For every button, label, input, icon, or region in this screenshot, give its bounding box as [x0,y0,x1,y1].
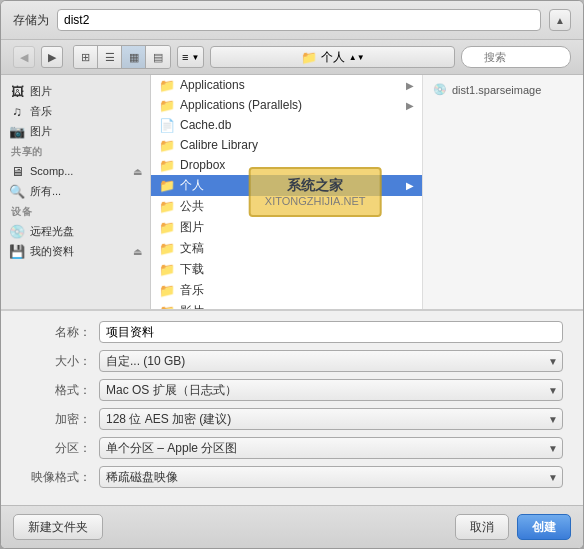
sidebar-item-label: 所有... [30,184,142,199]
folder-icon: 📁 [159,220,175,236]
location-dropdown[interactable]: 📁 个人 ▲▼ [210,46,455,68]
name-row: 名称： [21,321,563,343]
eject-button[interactable]: ⏏ [133,166,142,177]
name-input[interactable] [99,321,563,343]
scomp-icon: 🖥 [9,163,25,179]
music-icon: ♫ [9,103,25,119]
folder-icon: 📁 [159,137,175,153]
file-name: Cache.db [180,118,414,132]
format-row: 格式： Mac OS 扩展（日志式） ▼ [21,379,563,401]
file-name: Calibre Library [180,138,414,152]
location-icon: 📁 [301,50,317,65]
view-icon-btn[interactable]: ⊞ [74,46,98,68]
file-item-movies[interactable]: 📁 影片 [151,301,422,309]
content-area: 🖼 图片 ♫ 音乐 📷 图片 共享的 🖥 Scomp... ⏏ 🔍 所有... … [1,75,583,309]
filename-input[interactable] [57,9,541,31]
file-item-applications-parallels[interactable]: 📁 Applications (Parallels) ▶ [151,95,422,115]
view-list-btn[interactable]: ☰ [98,46,122,68]
save-dialog: 存储为 ▲ ◀ ▶ ⊞ ☰ ▦ ▤ ≡ ▼ 📁 个人 ▲▼ 🔍 [0,0,584,549]
arrange-chevron: ▼ [191,53,199,62]
new-folder-button[interactable]: 新建文件夹 [13,514,103,540]
file-item-applications[interactable]: 📁 Applications ▶ [151,75,422,95]
shared-header: 共享的 [1,141,150,161]
sidebar-item-music[interactable]: ♫ 音乐 [1,101,150,121]
file-name: Applications (Parallels) [180,98,401,112]
file-item-pictures[interactable]: 📁 图片 [151,217,422,238]
file-item-cachedb[interactable]: 📄 Cache.db [151,115,422,135]
arrange-dropdown[interactable]: ≡ ▼ [177,46,204,68]
folder-icon: 📁 [159,97,175,113]
folder-icon: 📁 [159,262,175,278]
sidebar-item-label: 图片 [30,124,142,139]
file-name: 公共 [180,198,414,215]
pictures-icon: 🖼 [9,83,25,99]
size-label: 大小： [21,353,91,370]
arrange-icon: ≡ [182,51,188,63]
file-item-public[interactable]: 📁 公共 [151,196,422,217]
search-input[interactable] [461,46,571,68]
forward-button[interactable]: ▶ [41,46,63,68]
sidebar: 🖼 图片 ♫ 音乐 📷 图片 共享的 🖥 Scomp... ⏏ 🔍 所有... … [1,75,151,309]
top-bar: 存储为 ▲ [1,1,583,40]
partition-select[interactable]: 单个分区 – Apple 分区图 [99,437,563,459]
file-item-personal[interactable]: 📁 个人 ▶ [151,175,422,196]
image-select[interactable]: 稀疏磁盘映像 [99,466,563,488]
search-wrap: 🔍 [461,46,571,68]
file-name: 个人 [180,177,401,194]
folder-icon: 📁 [159,304,175,310]
form-area: 名称： 大小： 自定... (10 GB) ▼ 格式： Mac OS 扩展（日志… [1,309,583,505]
file-item-documents[interactable]: 📁 文稿 [151,238,422,259]
encrypt-select[interactable]: 128 位 AES 加密 (建议) [99,408,563,430]
my-data-icon: 💾 [9,243,25,259]
file-name: Dropbox [180,158,414,172]
disk-icon: 💿 [433,83,447,96]
format-select[interactable]: Mac OS 扩展（日志式） [99,379,563,401]
file-item-dropbox[interactable]: 📁 Dropbox [151,155,422,175]
file-name: 音乐 [180,282,414,299]
partition-row: 分区： 单个分区 – Apple 分区图 ▼ [21,437,563,459]
image-select-wrapper: 稀疏磁盘映像 ▼ [99,466,563,488]
folder-icon: 📁 [159,77,175,93]
sidebar-item-scomp[interactable]: 🖥 Scomp... ⏏ [1,161,150,181]
sidebar-item-photos[interactable]: 📷 图片 [1,121,150,141]
file-item-music[interactable]: 📁 音乐 [151,280,422,301]
all-icon: 🔍 [9,183,25,199]
encrypt-select-wrapper: 128 位 AES 加密 (建议) ▼ [99,408,563,430]
expand-icon: ▲ [555,15,565,26]
folder-icon: 📁 [159,283,175,299]
sidebar-item-remote-disk[interactable]: 💿 远程光盘 [1,221,150,241]
image-label: 映像格式： [21,469,91,486]
sidebar-item-all[interactable]: 🔍 所有... [1,181,150,201]
file-doc-icon: 📄 [159,117,175,133]
sidebar-item-label: 我的资料 [30,244,128,259]
arrow-icon: ▶ [406,80,414,91]
create-button[interactable]: 创建 [517,514,571,540]
file-name: 图片 [180,219,414,236]
expand-button[interactable]: ▲ [549,9,571,31]
location-chevron: ▲▼ [349,53,365,62]
file-item-downloads[interactable]: 📁 下载 [151,259,422,280]
view-column-btn[interactable]: ▦ [122,46,146,68]
sidebar-item-my-data[interactable]: 💾 我的资料 ⏏ [1,241,150,261]
save-as-label: 存储为 [13,12,49,29]
button-bar: 新建文件夹 取消 创建 [1,505,583,548]
eject-button-2[interactable]: ⏏ [133,246,142,257]
sidebar-item-pictures[interactable]: 🖼 图片 [1,81,150,101]
view-group: ⊞ ☰ ▦ ▤ [73,45,171,69]
folder-icon: 📁 [159,157,175,173]
back-button[interactable]: ◀ [13,46,35,68]
location-label: 个人 [321,49,345,66]
file-item-calibre[interactable]: 📁 Calibre Library [151,135,422,155]
size-row: 大小： 自定... (10 GB) ▼ [21,350,563,372]
size-select[interactable]: 自定... (10 GB) [99,350,563,372]
file-name: Applications [180,78,401,92]
encrypt-row: 加密： 128 位 AES 加密 (建议) ▼ [21,408,563,430]
devices-header: 设备 [1,201,150,221]
sidebar-item-label: 音乐 [30,104,142,119]
preview-item-sparseimage[interactable]: 💿 dist1.sparseimage [429,81,577,98]
cancel-button[interactable]: 取消 [455,514,509,540]
back-icon: ◀ [20,51,28,64]
image-row: 映像格式： 稀疏磁盘映像 ▼ [21,466,563,488]
folder-icon: 📁 [159,178,175,194]
view-flow-btn[interactable]: ▤ [146,46,170,68]
